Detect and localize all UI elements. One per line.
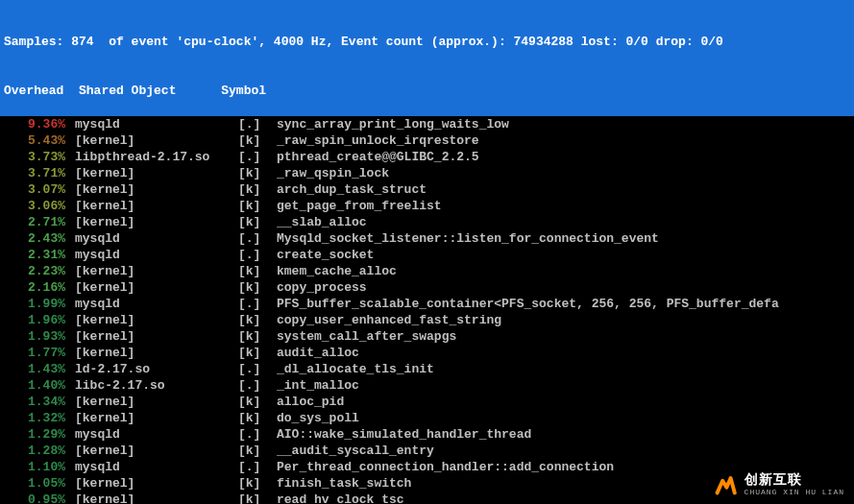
shared-object: [kernel] xyxy=(75,132,238,149)
overhead-percent: 3.06% xyxy=(4,198,75,214)
symbol-flag: [.] xyxy=(238,296,277,312)
perf-report-rows[interactable]: 9.36%mysqld[.]sync_array_print_long_wait… xyxy=(0,116,854,504)
symbol-flag: [.] xyxy=(238,426,277,443)
symbol-name: kmem_cache_alloc xyxy=(277,263,854,279)
symbol-name: do_sys_poll xyxy=(277,410,854,426)
perf-row[interactable]: 1.43%ld-2.17.so[.]_dl_allocate_tls_init xyxy=(4,361,854,377)
symbol-name: system_call_after_swapgs xyxy=(277,328,854,345)
perf-row[interactable]: 1.29%mysqld[.]AIO::wake_simulated_handle… xyxy=(4,426,854,443)
symbol-name: _raw_spin_unlock_irqrestore xyxy=(277,132,854,149)
perf-row[interactable]: 1.96%[kernel][k]copy_user_enhanced_fast_… xyxy=(4,312,854,328)
watermark-en: CHUANG XIN HU LIAN xyxy=(744,489,844,496)
perf-row[interactable]: 1.34%[kernel][k]alloc_pid xyxy=(4,394,854,410)
perf-row[interactable]: 1.99%mysqld[.]PFS_buffer_scalable_contai… xyxy=(4,296,854,312)
symbol-flag: [.] xyxy=(238,361,277,377)
shared-object: [kernel] xyxy=(75,214,238,230)
symbol-name: __audit_syscall_entry xyxy=(277,443,854,459)
perf-row[interactable]: 5.43%[kernel][k]_raw_spin_unlock_irqrest… xyxy=(4,132,854,149)
symbol-flag: [.] xyxy=(238,230,277,247)
overhead-percent: 0.95% xyxy=(4,492,75,504)
overhead-percent: 1.32% xyxy=(4,410,75,426)
shared-object: [kernel] xyxy=(75,279,238,296)
perf-row[interactable]: 1.32%[kernel][k]do_sys_poll xyxy=(4,410,854,426)
symbol-flag: [k] xyxy=(238,394,277,410)
symbol-flag: [k] xyxy=(238,263,277,279)
symbol-name: copy_user_enhanced_fast_string xyxy=(277,312,854,328)
overhead-percent: 3.73% xyxy=(4,149,75,165)
symbol-flag: [.] xyxy=(238,149,277,165)
overhead-percent: 1.43% xyxy=(4,361,75,377)
overhead-percent: 1.93% xyxy=(4,328,75,345)
shared-object: mysqld xyxy=(75,230,238,247)
perf-row[interactable]: 1.40%libc-2.17.so[.]_int_malloc xyxy=(4,377,854,394)
symbol-name: alloc_pid xyxy=(277,394,854,410)
symbol-flag: [.] xyxy=(238,116,277,132)
symbol-name: copy_process xyxy=(277,279,854,296)
overhead-percent: 1.05% xyxy=(4,475,75,492)
perf-row[interactable]: 1.28%[kernel][k]__audit_syscall_entry xyxy=(4,443,854,459)
perf-row[interactable]: 3.71%[kernel][k]_raw_qspin_lock xyxy=(4,165,854,181)
overhead-percent: 1.40% xyxy=(4,377,75,394)
symbol-name: create_socket xyxy=(277,247,854,263)
perf-row[interactable]: 2.31%mysqld[.]create_socket xyxy=(4,247,854,263)
shared-object: [kernel] xyxy=(75,492,238,504)
perf-row[interactable]: 2.71%[kernel][k]__slab_alloc xyxy=(4,214,854,230)
symbol-name: audit_alloc xyxy=(277,345,854,361)
overhead-percent: 1.34% xyxy=(4,394,75,410)
overhead-percent: 2.23% xyxy=(4,263,75,279)
logo-icon xyxy=(712,471,739,498)
shared-object: [kernel] xyxy=(75,165,238,181)
perf-row[interactable]: 2.16%[kernel][k]copy_process xyxy=(4,279,854,296)
shared-object: [kernel] xyxy=(75,328,238,345)
perf-row[interactable]: 1.93%[kernel][k]system_call_after_swapgs xyxy=(4,328,854,345)
symbol-name: Mysqld_socket_listener::listen_for_conne… xyxy=(277,230,854,247)
shared-object: [kernel] xyxy=(75,443,238,459)
symbol-flag: [k] xyxy=(238,410,277,426)
symbol-name: sync_array_print_long_waits_low xyxy=(277,116,854,132)
symbol-name: PFS_buffer_scalable_container<PFS_socket… xyxy=(277,296,854,312)
shared-object: [kernel] xyxy=(75,312,238,328)
shared-object: [kernel] xyxy=(75,410,238,426)
perf-row[interactable]: 3.07%[kernel][k]arch_dup_task_struct xyxy=(4,181,854,198)
shared-object: [kernel] xyxy=(75,475,238,492)
symbol-flag: [.] xyxy=(238,377,277,394)
shared-object: libpthread-2.17.so xyxy=(75,149,238,165)
symbol-flag: [.] xyxy=(238,459,277,475)
overhead-percent: 1.28% xyxy=(4,443,75,459)
symbol-name: __slab_alloc xyxy=(277,214,854,230)
symbol-flag: [k] xyxy=(238,312,277,328)
column-headers: Overhead Shared Object Symbol xyxy=(4,83,850,99)
shared-object: [kernel] xyxy=(75,345,238,361)
overhead-percent: 9.36% xyxy=(4,116,75,132)
perf-row[interactable]: 3.73%libpthread-2.17.so[.]pthread_create… xyxy=(4,149,854,165)
symbol-flag: [k] xyxy=(238,492,277,504)
perf-report-header: Samples: 874 of event 'cpu-clock', 4000 … xyxy=(0,0,854,116)
symbol-flag: [k] xyxy=(238,279,277,296)
perf-row[interactable]: 2.23%[kernel][k]kmem_cache_alloc xyxy=(4,263,854,279)
perf-row[interactable]: 1.77%[kernel][k]audit_alloc xyxy=(4,345,854,361)
symbol-flag: [k] xyxy=(238,475,277,492)
symbol-flag: [k] xyxy=(238,328,277,345)
perf-row[interactable]: 9.36%mysqld[.]sync_array_print_long_wait… xyxy=(4,116,854,132)
overhead-percent: 3.07% xyxy=(4,181,75,198)
overhead-percent: 1.96% xyxy=(4,312,75,328)
symbol-flag: [k] xyxy=(238,214,277,230)
shared-object: mysqld xyxy=(75,296,238,312)
shared-object: libc-2.17.so xyxy=(75,377,238,394)
watermark-cn: 创新互联 xyxy=(744,473,844,487)
symbol-name: get_page_from_freelist xyxy=(277,198,854,214)
overhead-percent: 1.99% xyxy=(4,296,75,312)
overhead-percent: 2.71% xyxy=(4,214,75,230)
shared-object: [kernel] xyxy=(75,263,238,279)
overhead-percent: 2.43% xyxy=(4,230,75,247)
overhead-percent: 1.10% xyxy=(4,459,75,475)
perf-row[interactable]: 3.06%[kernel][k]get_page_from_freelist xyxy=(4,198,854,214)
shared-object: mysqld xyxy=(75,426,238,443)
overhead-percent: 5.43% xyxy=(4,132,75,149)
shared-object: [kernel] xyxy=(75,394,238,410)
samples-line: Samples: 874 of event 'cpu-clock', 4000 … xyxy=(4,34,850,50)
perf-row[interactable]: 2.43%mysqld[.]Mysqld_socket_listener::li… xyxy=(4,230,854,247)
shared-object: mysqld xyxy=(75,116,238,132)
overhead-percent: 1.29% xyxy=(4,426,75,443)
symbol-name: _raw_qspin_lock xyxy=(277,165,854,181)
